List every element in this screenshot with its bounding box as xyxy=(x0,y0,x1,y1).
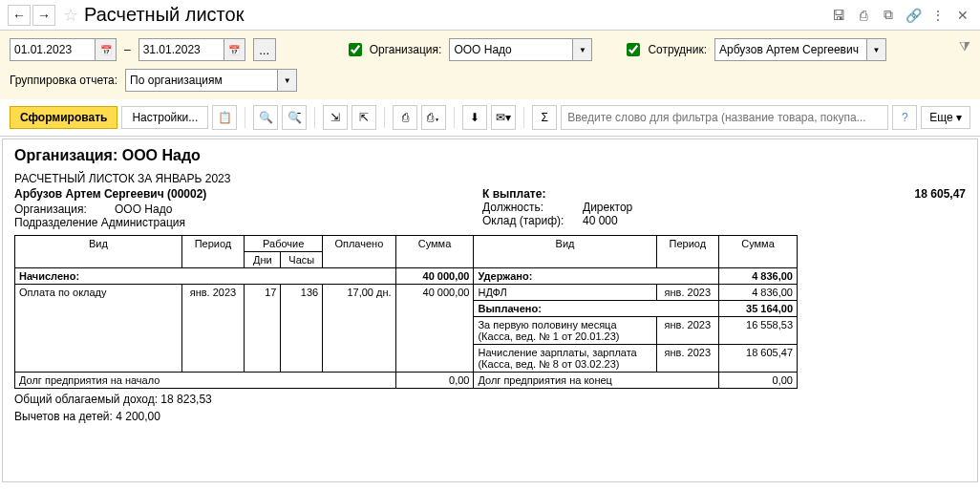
employee-dropdown-icon[interactable]: ▼ xyxy=(867,38,886,61)
page-title: Расчетный листок xyxy=(84,4,829,26)
department: Подразделение Администрация xyxy=(14,216,482,229)
print-settings-button[interactable]: ⎙▾ xyxy=(421,105,446,130)
employee-name: Арбузов Артем Сергеевич (00002) xyxy=(14,187,482,201)
forward-button[interactable]: → xyxy=(32,5,55,26)
link-icon[interactable]: 🔗 xyxy=(904,6,923,25)
preview-icon[interactable]: ⧉ xyxy=(879,6,898,25)
payslip-table: Вид Период Рабочие Оплачено Сумма Вид Пе… xyxy=(14,235,798,389)
date-from-input[interactable] xyxy=(10,38,96,61)
sum-button[interactable]: Σ xyxy=(532,105,557,130)
print-button[interactable]: ⎙ xyxy=(393,105,417,130)
favorite-icon[interactable]: ☆ xyxy=(63,5,78,26)
email-button[interactable]: ✉▾ xyxy=(491,105,516,130)
save-icon[interactable]: 🖫 xyxy=(829,6,848,25)
taxable-income: Общий облагаемый доход: 18 823,53 xyxy=(14,393,966,406)
generate-button[interactable]: Сформировать xyxy=(10,106,117,129)
date-separator: – xyxy=(124,43,131,56)
filter-icon[interactable]: ⧩ xyxy=(959,38,970,54)
grouping-label: Группировка отчета: xyxy=(10,74,117,87)
settings-button[interactable]: Настройки... xyxy=(121,106,208,129)
report-area: Организация: ООО Надо РАСЧЕТНЫЙ ЛИСТОК З… xyxy=(2,138,978,482)
org-dropdown-icon[interactable]: ▼ xyxy=(573,38,592,61)
close-icon[interactable]: ✕ xyxy=(953,6,972,25)
help-button[interactable]: ? xyxy=(892,105,917,130)
date-to-input[interactable] xyxy=(138,38,224,61)
employee-checkbox[interactable] xyxy=(627,43,640,56)
employee-select[interactable] xyxy=(714,38,867,61)
grouping-select[interactable] xyxy=(125,69,278,92)
org-select[interactable] xyxy=(449,38,573,61)
back-button[interactable]: ← xyxy=(8,5,31,26)
report-period: РАСЧЕТНЫЙ ЛИСТОК ЗА ЯНВАРЬ 2023 xyxy=(14,172,966,185)
grouping-dropdown-icon[interactable]: ▼ xyxy=(278,69,297,92)
collapse-button[interactable]: ⇱ xyxy=(352,105,376,130)
expand-button[interactable]: ⇲ xyxy=(323,105,348,130)
org-label: Организация: xyxy=(370,43,442,56)
period-choose-button[interactable]: ... xyxy=(253,38,276,61)
report-org-header: Организация: ООО Надо xyxy=(14,147,966,164)
filter-input[interactable] xyxy=(561,105,888,130)
save-file-button[interactable]: ⬇ xyxy=(462,105,487,130)
child-deductions: Вычетов на детей: 4 200,00 xyxy=(14,410,966,423)
print-icon[interactable]: ⎙ xyxy=(854,6,873,25)
org-checkbox[interactable] xyxy=(349,43,362,56)
copy-settings-button[interactable]: 📋 xyxy=(212,105,237,130)
date-to-calendar-icon[interactable]: 📅 xyxy=(224,38,245,61)
more-button[interactable]: Еще ▾ xyxy=(921,106,970,129)
date-from-calendar-icon[interactable]: 📅 xyxy=(96,38,117,61)
find-button[interactable]: 🔍 xyxy=(253,105,278,130)
more-menu-icon[interactable]: ⋮ xyxy=(928,6,948,25)
employee-label: Сотрудник: xyxy=(648,43,707,56)
find-next-button[interactable]: 🔍̄ xyxy=(282,105,307,130)
